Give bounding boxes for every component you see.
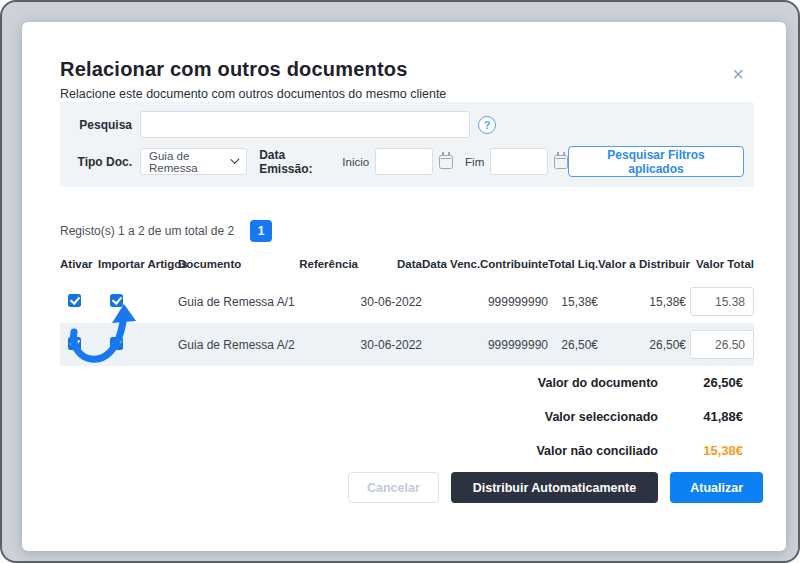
header-contribuinte: Contribuinte <box>480 258 548 270</box>
table-header-row: Ativar Importar Artigos Documento Referê… <box>60 254 754 280</box>
screenshot-frame: × Relacionar com outros documentos Relac… <box>0 0 800 563</box>
data-emissao-label: Data Emissão: <box>259 148 334 176</box>
valor-total-input[interactable] <box>690 287 754 316</box>
ativar-checkbox[interactable] <box>68 337 81 350</box>
update-button[interactable]: Atualizar <box>670 472 763 503</box>
data-inicio-input[interactable] <box>375 148 433 175</box>
header-ativar: Ativar <box>60 258 98 270</box>
cancel-button[interactable]: Cancelar <box>348 472 439 503</box>
tipo-doc-select[interactable]: Guia de Remessa <box>140 148 247 175</box>
tipo-doc-label: Tipo Doc. <box>66 155 140 169</box>
fim-label: Fim <box>465 156 484 168</box>
valor-a-distribuir-cell: 26,50€ <box>598 338 686 352</box>
header-valor-a-distribuir: Valor a Distribuir <box>598 258 686 270</box>
total-liq-cell: 26,50€ <box>548 338 598 352</box>
ativar-checkbox[interactable] <box>68 294 81 307</box>
valor-seleccionado-value: 41,88€ <box>658 409 743 424</box>
table-row: Guia de Remessa A/1 30-06-2022 999999990… <box>60 280 754 323</box>
valor-documento-value: 26,50€ <box>658 375 743 390</box>
help-icon[interactable]: ? <box>478 116 496 134</box>
data-fim-input[interactable] <box>490 148 548 175</box>
valor-nao-conciliado-label: Valor não conciliado <box>536 444 658 458</box>
importar-artigos-checkbox[interactable] <box>110 294 123 307</box>
header-referencia: Referência <box>298 258 358 270</box>
results-count: Registo(s) 1 a 2 de um total de 2 <box>60 224 234 238</box>
search-input[interactable] <box>140 111 470 138</box>
summary-panel: Valor do documento 26,50€ Valor seleccio… <box>423 375 743 477</box>
importar-artigos-checkbox[interactable] <box>110 337 123 350</box>
documents-table: Ativar Importar Artigos Documento Referê… <box>60 254 754 366</box>
results-line: Registo(s) 1 a 2 de um total de 2 1 <box>60 220 272 242</box>
header-data: Data <box>358 258 422 270</box>
inicio-label: Inicio <box>342 156 369 168</box>
summary-row: Valor do documento 26,50€ <box>423 375 743 390</box>
calendar-icon[interactable] <box>554 155 568 169</box>
data-cell: 30-06-2022 <box>358 295 422 309</box>
search-label: Pesquisa <box>66 118 140 132</box>
tipo-doc-selected-value: Guia de Remessa <box>149 150 232 174</box>
header-data-venc: Data Venc. <box>422 258 480 270</box>
header-valor-total: Valor Total <box>686 258 754 270</box>
action-buttons: Cancelar Distribuir Automaticamente Atua… <box>348 472 763 503</box>
modal-subtitle: Relacione este documento com outros docu… <box>60 87 716 101</box>
documento-cell: Guia de Remessa A/1 <box>178 295 298 309</box>
summary-row: Valor não conciliado 15,38€ <box>423 443 743 458</box>
filter-bar: Pesquisa ? Tipo Doc. Guia de Remessa Dat… <box>60 102 754 187</box>
modal-title: Relacionar com outros documentos <box>60 58 716 81</box>
header-total-liq: Total Liq. <box>548 258 598 270</box>
modal-header: Relacionar com outros documentos Relacio… <box>60 58 716 101</box>
valor-documento-label: Valor do documento <box>538 376 658 390</box>
apply-filters-button[interactable]: Pesquisar Filtros aplicados <box>568 146 744 177</box>
valor-total-input[interactable] <box>690 330 754 359</box>
summary-row: Valor seleccionado 41,88€ <box>423 409 743 424</box>
contribuinte-cell: 999999990 <box>480 295 548 309</box>
valor-nao-conciliado-value: 15,38€ <box>658 443 743 458</box>
data-cell: 30-06-2022 <box>358 338 422 352</box>
relate-documents-modal: × Relacionar com outros documentos Relac… <box>22 22 786 551</box>
header-importar-artigos: Importar Artigos <box>98 258 178 270</box>
table-row: Guia de Remessa A/2 30-06-2022 999999990… <box>60 323 754 366</box>
close-icon[interactable]: × <box>732 64 744 84</box>
total-liq-cell: 15,38€ <box>548 295 598 309</box>
pagination-page-1[interactable]: 1 <box>250 220 272 242</box>
contribuinte-cell: 999999990 <box>480 338 548 352</box>
distribute-automatically-button[interactable]: Distribuir Automaticamente <box>451 472 658 503</box>
documento-cell: Guia de Remessa A/2 <box>178 338 298 352</box>
valor-seleccionado-label: Valor seleccionado <box>545 410 658 424</box>
valor-a-distribuir-cell: 15,38€ <box>598 295 686 309</box>
calendar-icon[interactable] <box>439 155 453 169</box>
header-documento: Documento <box>178 258 298 270</box>
